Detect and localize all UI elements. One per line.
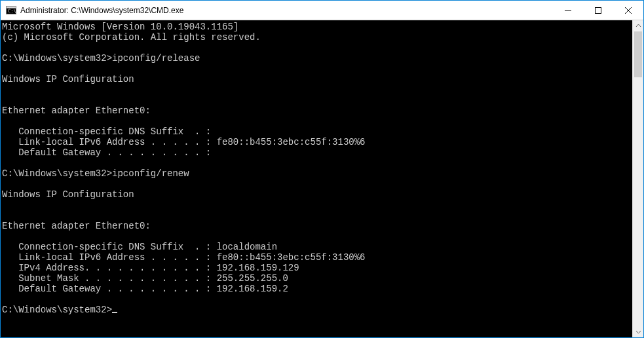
terminal-output[interactable]: Microsoft Windows [Version 10.0.19043.11… — [1, 20, 632, 337]
terminal-line — [2, 64, 632, 74]
terminal-line: C:\Windows\system32>ipconfig/release — [2, 53, 632, 64]
terminal-line — [2, 43, 632, 53]
window-title: Administrator: C:\Windows\system32\CMD.e… — [20, 6, 183, 15]
terminal-line: Subnet Mask . . . . . . . . . . . : 255.… — [2, 273, 632, 284]
terminal-line — [2, 210, 632, 221]
minimize-icon — [565, 7, 571, 14]
terminal-line — [2, 179, 632, 189]
titlebar[interactable]: C:\ Administrator: C:\Windows\system32\C… — [1, 1, 643, 20]
terminal-line: Windows IP Configuration — [2, 74, 632, 84]
chevron-down-icon — [635, 329, 641, 335]
terminal-line: IPv4 Address. . . . . . . . . . . : 192.… — [2, 263, 632, 273]
terminal-line: Ethernet adapter Ethernet0: — [2, 105, 632, 116]
terminal-line — [2, 84, 632, 95]
terminal-line: Default Gateway . . . . . . . . . : 192.… — [2, 284, 632, 294]
terminal-line: C:\Windows\system32>ipconfig/renew — [2, 168, 632, 179]
scroll-track[interactable] — [633, 31, 643, 326]
terminal-line: Connection-specific DNS Suffix . : — [2, 126, 632, 137]
terminal-line: Ethernet adapter Ethernet0: — [2, 221, 632, 231]
scroll-thumb[interactable] — [634, 31, 642, 77]
terminal-line — [2, 158, 632, 168]
terminal-line — [2, 294, 632, 305]
svg-text:C:\: C:\ — [8, 9, 16, 14]
terminal-line: Connection-specific DNS Suffix . : local… — [2, 242, 632, 252]
close-icon — [625, 7, 632, 14]
terminal-line: Default Gateway . . . . . . . . . : — [2, 147, 632, 158]
terminal-line: (c) Microsoft Corporation. All rights re… — [2, 32, 632, 43]
terminal-line — [2, 231, 632, 242]
scroll-up-button[interactable] — [633, 20, 643, 31]
vertical-scrollbar[interactable] — [632, 20, 643, 337]
terminal-line — [2, 200, 632, 210]
cmd-icon: C:\ — [6, 5, 16, 16]
terminal-line — [2, 116, 632, 126]
terminal-line — [2, 95, 632, 105]
terminal-line: Windows IP Configuration — [2, 189, 632, 200]
close-button[interactable] — [613, 1, 643, 20]
cmd-window: C:\ Administrator: C:\Windows\system32\C… — [0, 0, 644, 338]
maximize-icon — [595, 7, 601, 14]
chevron-up-icon — [635, 23, 641, 29]
svg-rect-4 — [596, 7, 601, 13]
cursor — [112, 312, 117, 313]
terminal-line: Link-local IPv6 Address . . . . . : fe80… — [2, 137, 632, 147]
terminal-line: C:\Windows\system32> — [2, 305, 632, 315]
client-area: Microsoft Windows [Version 10.0.19043.11… — [1, 20, 643, 337]
minimize-button[interactable] — [553, 1, 583, 20]
scroll-down-button[interactable] — [633, 326, 643, 337]
maximize-button[interactable] — [583, 1, 613, 20]
terminal-line: Microsoft Windows [Version 10.0.19043.11… — [2, 22, 632, 32]
terminal-line: Link-local IPv6 Address . . . . . : fe80… — [2, 252, 632, 263]
